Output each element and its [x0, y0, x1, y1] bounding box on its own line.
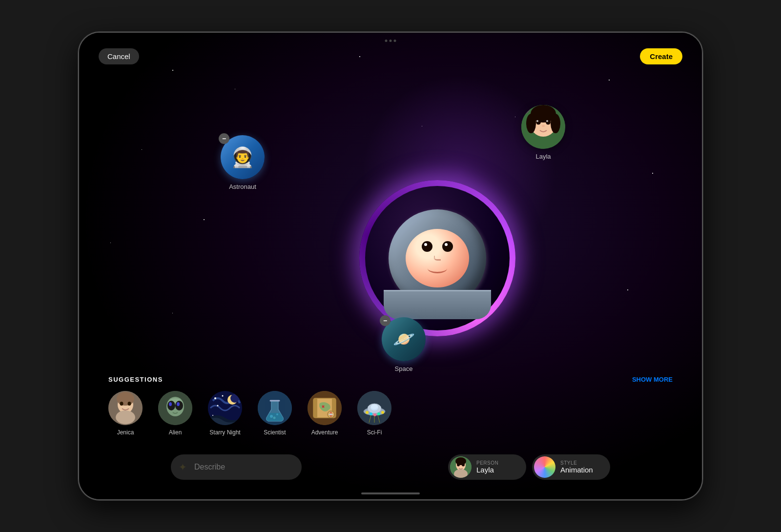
suggestion-label-starry-night: Starry Night — [209, 429, 240, 436]
person-chip[interactable]: PERSON Layla — [448, 454, 526, 480]
jenica-avatar — [108, 391, 143, 425]
astronaut-icon-circle: − 👨‍🚀 — [221, 135, 265, 179]
svg-point-22 — [177, 402, 180, 406]
home-indicator — [361, 492, 420, 494]
svg-point-48 — [381, 411, 384, 414]
scifi-avatar — [357, 391, 391, 425]
svg-point-5 — [536, 120, 541, 125]
suggestion-item-scifi[interactable]: Sci-Fi — [357, 391, 391, 436]
bottom-bar: ✦ PERSON — [171, 454, 610, 480]
floating-photo-layla[interactable]: − — [521, 105, 565, 160]
svg-point-7 — [536, 120, 538, 122]
suggestion-label-scifi: Sci-Fi — [367, 429, 382, 436]
svg-point-53 — [457, 463, 460, 467]
svg-point-45 — [370, 412, 372, 415]
suggestions-list: Jenica — [108, 391, 673, 436]
astronaut-label: Astronaut — [229, 183, 256, 190]
suggestion-label-adventure: Adventure — [311, 429, 338, 436]
svg-point-15 — [128, 402, 131, 406]
suggestion-circle-scifi — [357, 391, 391, 425]
svg-rect-36 — [313, 398, 317, 418]
floating-space-icon[interactable]: − 🪐 Space — [382, 317, 426, 372]
helmet — [389, 205, 486, 312]
chip-photo — [450, 456, 472, 478]
suggestions-title: SUGGESTIONS — [108, 376, 163, 383]
svg-point-29 — [212, 415, 213, 416]
style-orb — [534, 456, 555, 478]
suggestion-item-starry-night[interactable]: Starry Night — [208, 391, 242, 436]
left-eye — [422, 241, 432, 252]
minus-badge-astronaut[interactable]: − — [219, 133, 229, 144]
svg-point-8 — [546, 120, 548, 122]
suggestion-circle-alien — [158, 391, 192, 425]
cancel-button[interactable]: Cancel — [99, 48, 139, 64]
suggestion-label-jenica: Jenica — [117, 429, 134, 436]
suggestion-label-scientist: Scientist — [264, 429, 286, 436]
svg-point-21 — [169, 402, 172, 406]
minus-badge-space[interactable]: − — [380, 315, 390, 326]
svg-point-47 — [377, 412, 380, 415]
suggestions-header: SUGGESTIONS SHOW MORE — [108, 376, 673, 383]
suggestion-circle-starry-night — [208, 391, 242, 425]
space-icon-circle: − 🪐 — [382, 317, 426, 361]
smile — [428, 264, 447, 273]
suggestion-circle-scientist — [258, 391, 292, 425]
layla-label: Layla — [535, 153, 551, 160]
svg-point-3 — [526, 114, 536, 133]
suggestion-item-alien[interactable]: Alien — [158, 391, 192, 436]
suggestion-item-adventure[interactable]: Adventure — [308, 391, 342, 436]
chip-label-small: PERSON — [476, 460, 498, 466]
suggestion-circle-jenica — [108, 391, 143, 425]
svg-point-27 — [222, 395, 224, 397]
svg-point-6 — [546, 120, 551, 125]
svg-point-28 — [217, 405, 219, 407]
space-emoji: 🪐 — [393, 330, 415, 348]
starry-night-avatar — [208, 391, 242, 425]
chip-text: PERSON Layla — [476, 460, 498, 474]
svg-point-19 — [167, 401, 175, 410]
suggestion-label-alien: Alien — [169, 429, 182, 436]
suggestion-item-scientist[interactable]: Scientist — [258, 391, 292, 436]
scientist-avatar — [258, 391, 292, 425]
svg-point-46 — [373, 413, 376, 416]
adventure-avatar — [308, 391, 342, 425]
svg-point-26 — [214, 397, 216, 399]
astronaut-emoji: 👨‍🚀 — [230, 147, 255, 167]
chip-label-main: Layla — [476, 466, 498, 474]
describe-wrapper: ✦ — [171, 454, 442, 480]
floating-astronaut-icon[interactable]: − 👨‍🚀 Astronaut — [221, 135, 265, 190]
svg-point-44 — [366, 411, 369, 414]
eyes — [422, 241, 453, 252]
style-chip-label-main: Animation — [560, 466, 593, 474]
svg-point-9 — [542, 125, 545, 127]
layla-photo-circle: − — [521, 105, 565, 149]
suit-collar — [384, 290, 491, 319]
suggestions-section: SUGGESTIONS SHOW MORE — [79, 376, 702, 436]
show-more-button[interactable]: SHOW MORE — [632, 376, 673, 383]
svg-point-13 — [116, 410, 135, 424]
camera-dot-3 — [394, 40, 396, 42]
style-chip-text: STYLE Animation — [560, 460, 593, 474]
style-chip-label-small: STYLE — [560, 460, 593, 466]
face-content — [406, 229, 469, 287]
screen: Cancel Create — [79, 33, 702, 499]
chip-photo-svg — [450, 456, 472, 478]
svg-point-43 — [371, 404, 378, 409]
svg-point-20 — [175, 401, 183, 410]
camera-dot-2 — [390, 40, 392, 42]
helmet-visor — [406, 229, 469, 287]
create-button[interactable]: Create — [640, 48, 682, 64]
right-eye — [442, 241, 453, 252]
svg-point-14 — [120, 402, 123, 406]
camera-bar — [385, 40, 396, 42]
space-label: Space — [395, 365, 413, 372]
nose — [434, 256, 441, 261]
astronaut-avatar — [359, 180, 515, 336]
svg-point-4 — [551, 114, 560, 133]
style-chip[interactable]: STYLE Animation — [532, 454, 610, 480]
suggestion-item-jenica[interactable]: Jenica — [108, 391, 143, 436]
describe-input[interactable] — [171, 454, 302, 480]
svg-point-54 — [462, 463, 465, 467]
svg-point-12 — [117, 392, 134, 406]
device-frame: Cancel Create — [78, 32, 703, 500]
